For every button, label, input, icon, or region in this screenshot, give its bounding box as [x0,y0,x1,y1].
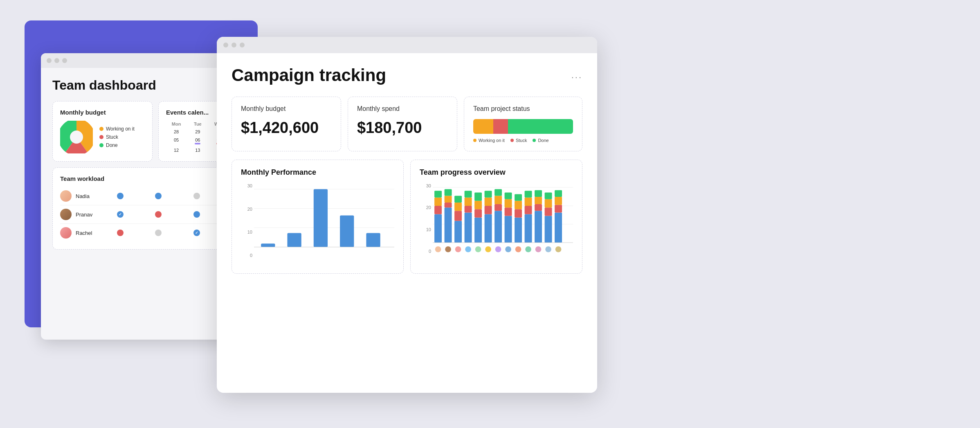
svg-rect-46 [505,216,512,243]
svg-rect-36 [474,201,482,209]
svg-rect-58 [535,211,542,243]
legend-working-dot [473,139,477,142]
y-label-10: 10 [241,230,252,234]
nadia-dot-3 [193,193,200,199]
bar-working [473,119,493,134]
svg-rect-43 [494,204,502,211]
y-label-20: 20 [241,207,252,212]
svg-rect-56 [525,198,532,206]
legend-done: Done [99,142,135,148]
svg-rect-42 [494,211,502,243]
nadia-dot-2 [155,193,162,199]
td-budget-legend: Working on it Stuck Done [99,126,135,148]
svg-rect-66 [555,212,562,243]
stats-row: Monthly budget $1,420,600 Monthly spend … [232,97,582,151]
legend-done-label: Done [106,142,118,148]
svg-rect-62 [545,216,552,243]
svg-rect-20 [434,198,442,206]
legend-working-label: Working on it [106,126,135,132]
svg-rect-59 [535,204,542,211]
svg-rect-11 [340,216,354,247]
cal-tue: Tue [187,121,208,127]
td-budget-card: Monthly budget Working on it [52,101,153,162]
rachel-dot-2 [155,230,162,236]
campaign-budget-card: Monthly budget $1,420,600 [232,97,341,151]
campaign-dot-1 [223,43,228,47]
campaign-project-status-card: Team project status Working on it Stuck [464,97,582,151]
campaign-spend-label: Monthly spend [357,105,448,113]
legend-stuck-text: Stuck [516,138,527,143]
svg-rect-61 [535,190,542,197]
window-dot-1 [47,58,52,63]
svg-rect-41 [485,191,492,197]
svg-rect-47 [505,207,512,216]
tp-y-20: 20 [420,205,431,210]
cal-06: 06 [187,136,208,146]
svg-point-3 [70,131,83,144]
svg-rect-63 [545,207,552,216]
svg-rect-31 [465,206,472,212]
tp-y-30: 30 [420,183,431,188]
campaign-budget-value: $1,420,600 [241,119,332,137]
svg-point-72 [445,246,451,252]
more-options-button[interactable]: ... [571,70,582,81]
campaign-window: Campaign tracking ... Monthly budget $1,… [217,37,597,393]
campaign-dot-2 [232,43,236,47]
legend-stuck-label: Stuck [106,134,118,140]
svg-point-80 [525,246,531,252]
cal-28: 28 [166,128,187,135]
campaign-spend-card: Monthly spend $180,700 [348,97,457,151]
project-legend: Working on it Stuck Done [473,138,573,143]
svg-point-74 [465,246,471,252]
svg-rect-9 [287,233,301,247]
tp-y-10: 10 [420,227,431,232]
svg-rect-19 [434,206,442,214]
pranav-dot-2 [155,211,162,218]
team-progress-card: Team progress overview 30 20 10 0 [410,160,582,274]
svg-point-71 [435,246,441,252]
svg-point-83 [555,246,562,252]
name-rachel: Rachel [76,230,100,236]
rachel-dot-1 [117,230,124,236]
legend-dot-stuck [99,135,103,139]
svg-rect-34 [474,218,482,243]
svg-point-78 [505,246,511,252]
svg-rect-52 [515,201,522,209]
svg-rect-32 [465,198,472,206]
name-pranav: Pranav [76,212,100,218]
project-stacked-bar [473,119,573,134]
svg-rect-54 [525,214,532,243]
svg-point-76 [485,246,491,252]
window-dot-2 [54,58,59,63]
svg-rect-23 [445,203,452,207]
svg-rect-64 [545,199,552,207]
svg-rect-40 [485,198,492,206]
legend-done-dot [533,139,536,142]
svg-point-73 [455,246,461,252]
monthly-performance-chart-area: 30 20 10 0 [241,183,394,265]
rachel-dot-3: ✓ [193,230,200,236]
bar-done [508,119,573,134]
svg-rect-69 [555,190,562,197]
avatar-rachel [60,227,72,239]
campaign-header: Campaign tracking ... [232,65,582,85]
svg-rect-18 [434,214,442,243]
svg-rect-50 [515,218,522,243]
svg-rect-45 [494,189,502,196]
td-pie-chart [60,121,93,153]
svg-rect-44 [494,196,502,204]
name-nadia: Nadia [76,193,100,199]
svg-rect-26 [454,221,462,243]
y-label-0: 0 [241,253,252,258]
cal-12: 12 [166,146,187,154]
legend-working-item: Working on it [473,138,505,143]
svg-rect-10 [314,189,328,247]
campaign-titlebar [217,37,597,53]
svg-rect-27 [454,211,462,221]
svg-rect-60 [535,197,542,204]
svg-point-75 [475,246,481,252]
svg-rect-35 [474,209,482,217]
bar-stuck [493,119,508,134]
svg-rect-53 [515,194,522,201]
legend-done-text: Done [538,138,548,143]
